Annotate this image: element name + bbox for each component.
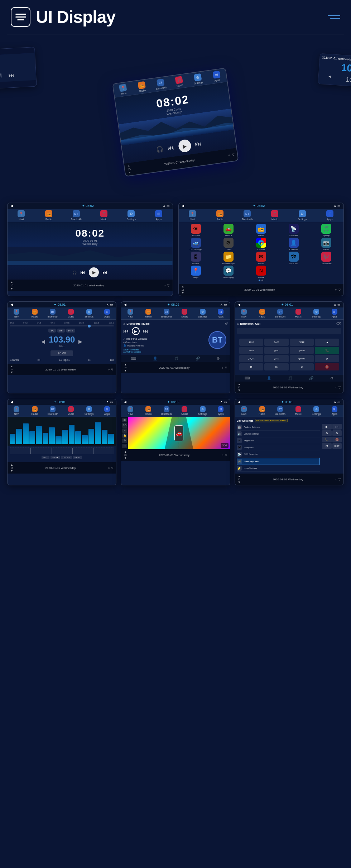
r1l-play[interactable]: ▶ <box>89 267 99 277</box>
app-autokit[interactable]: 🚗 AutoKit <box>213 224 244 237</box>
r2r-navi[interactable]: 📍Navi <box>235 307 253 319</box>
r2l-search-btn[interactable]: Search <box>10 358 19 362</box>
r2l-af-btn[interactable]: AF <box>57 329 65 333</box>
r3l-srs-btn[interactable]: SRS● <box>51 456 60 459</box>
r3c-radio[interactable]: 📻Radio <box>139 405 158 417</box>
r3r-logo-settings[interactable]: ⭐ Logo Settings <box>237 465 320 472</box>
r3c-navi[interactable]: 📍Navi <box>121 405 139 417</box>
r2c-contacts-icon[interactable]: 👤 <box>153 357 157 360</box>
r3r-music[interactable]: 🎵Music <box>289 405 307 417</box>
app-radio[interactable]: 📻 Radio <box>245 224 277 237</box>
r1r-nav-music[interactable]: 🎵Music <box>261 209 289 222</box>
r1l-prev[interactable]: ⏮ <box>80 270 85 275</box>
hero-nav-radio[interactable]: 📻 Radio <box>132 79 152 94</box>
r2c-bt-nav[interactable]: BTBluetooth <box>157 307 176 319</box>
hero-nav-apps[interactable]: ⊞ Apps <box>206 68 227 84</box>
app-localmusic[interactable]: 🎶 LocalMusic <box>311 252 342 265</box>
r2c-navi[interactable]: 📍Navi <box>121 307 139 319</box>
r3c-ctrl-6[interactable]: ••• <box>122 444 127 448</box>
app-spotify[interactable]: 🎵 Spotify <box>311 224 342 237</box>
r3r-volume-settings[interactable]: 🔊 Volume Settings <box>237 431 320 437</box>
r1l-nav-radio[interactable]: 📻Radio <box>35 209 63 222</box>
r3l-bass-btn[interactable]: BASS <box>73 456 82 459</box>
r3r-android-settings[interactable]: 🤖 Android Settings <box>237 424 320 431</box>
app-maps[interactable]: 📍 Maps <box>180 266 212 278</box>
r2l-navi[interactable]: 📍Navi <box>8 307 26 319</box>
app-360view[interactable]: 👁 360View <box>180 224 212 237</box>
r2r-radio[interactable]: 📻Radio <box>253 307 271 319</box>
r2r-bt-nav[interactable]: BTBluetooth <box>271 307 289 319</box>
app-filemanager[interactable]: 📁 File Manager <box>213 252 244 265</box>
r2r-key-4[interactable]: 4 GHI <box>239 347 264 354</box>
r3c-apps[interactable]: ⊞Apps <box>212 405 230 417</box>
r3l-navi[interactable]: 📍Navi <box>8 405 26 417</box>
r3c-ctrl-1[interactable]: ⊞ <box>122 418 127 422</box>
r3r-steering-learn[interactable]: 🎮 Steering Learn <box>237 458 320 465</box>
r3r-vol-dn-icon[interactable]: ⊖ <box>332 430 342 436</box>
r3r-apps[interactable]: ⊞Apps <box>325 405 343 417</box>
r2r-key-star[interactable]: ★ <box>315 339 339 346</box>
r2r-key-2[interactable]: 2 ABC <box>264 339 289 346</box>
r2r-number-bar[interactable] <box>237 328 341 334</box>
app-chrome[interactable]: 🌐 Chrome <box>245 238 277 251</box>
r1r-nav-settings[interactable]: ⚙Settings <box>289 209 316 222</box>
r2r-key-0[interactable]: 0 + <box>264 363 289 370</box>
hero-nav-navi[interactable]: 📍 Navi <box>113 81 134 97</box>
app-messaging[interactable]: 💬 Messaging <box>213 266 244 278</box>
r2r-key-1[interactable]: 1 QLD <box>239 339 264 346</box>
r2l-music[interactable]: 🎵Music <box>62 307 80 319</box>
r2r-key-9[interactable]: 9 WXYZ <box>290 355 314 362</box>
r2r-music-icon-btn[interactable]: 🎵 <box>288 376 292 380</box>
r3c-ctrl-2[interactable]: 3D <box>122 423 127 427</box>
r2c-dial-icon[interactable]: ⌨ <box>131 357 136 360</box>
r1l-nav-settings[interactable]: ⚙Settings <box>117 209 145 222</box>
r1l-nav-apps[interactable]: ⊞Apps <box>145 209 173 222</box>
r3c-settings[interactable]: ⚙Settings <box>194 405 212 417</box>
r2r-key-3[interactable]: 3 DEF <box>290 339 314 346</box>
next-btn[interactable]: ⏭ <box>194 140 202 148</box>
r1l-nav-bt[interactable]: BTBluetooth <box>63 209 90 222</box>
r2c-radio[interactable]: 📻Radio <box>139 307 158 319</box>
app-dab[interactable]: 📷 DAB+ <box>311 238 342 251</box>
r3c-music[interactable]: 🎵Music <box>176 405 194 417</box>
r2r-link-icon[interactable]: 🔗 <box>309 376 313 380</box>
r2c-apps[interactable]: ⊞Apps <box>212 307 230 319</box>
hero-nav-settings[interactable]: ⚙ Settings <box>188 71 208 87</box>
menu-icon[interactable] <box>11 7 30 27</box>
r1l-next[interactable]: ⏭ <box>102 270 107 275</box>
r3r-skip-icon[interactable]: ⏭ <box>332 424 342 430</box>
r2r-key-star2[interactable]: ✱ <box>239 363 264 370</box>
r2r-key-6[interactable]: 6 MNO <box>290 347 314 354</box>
r2r-end-btn[interactable]: 📵 <box>315 363 339 370</box>
r3l-music[interactable]: 🎵Music <box>62 405 80 417</box>
r3r-bt-nav[interactable]: BTBluetooth <box>271 405 289 417</box>
hero-play-btn[interactable]: ▶ <box>178 139 192 153</box>
r2l-apps[interactable]: ⊞Apps <box>98 307 116 319</box>
r3l-bt-nav[interactable]: BTBluetooth <box>44 405 62 417</box>
r2l-ta-btn[interactable]: TA <box>48 329 56 333</box>
r2c-music-list-icon[interactable]: 🎵 <box>174 357 178 360</box>
r3r-brightness[interactable]: ☀ Brightness <box>237 437 320 444</box>
r2c-link-icon[interactable]: 🔗 <box>196 357 200 360</box>
r2l-settings[interactable]: ⚙Settings <box>80 307 98 319</box>
r1r-nav-bt[interactable]: BTBluetooth <box>234 209 261 222</box>
app-tpms[interactable]: ⚙ TPMS <box>213 238 244 251</box>
app-gpstest[interactable]: 🗺 GPS Test <box>278 252 309 265</box>
r3l-radio[interactable]: 📻Radio <box>26 405 44 417</box>
r3r-radio[interactable]: 📻Radio <box>253 405 271 417</box>
r3r-gps[interactable]: 📡 GPS Detection <box>237 451 320 458</box>
r2r-dial-icon[interactable]: ⌨ <box>245 376 250 380</box>
r2r-key-hash2[interactable]: # <box>290 363 314 370</box>
r2r-contacts-icon[interactable]: 👤 <box>267 376 271 380</box>
r2r-key-5[interactable]: 5 JKL <box>264 347 289 354</box>
hero-nav-bt[interactable]: BT Bluetooth <box>150 76 171 92</box>
r3l-apps[interactable]: ⊞Apps <box>98 405 116 417</box>
r2r-call-btn[interactable]: 📞 <box>315 347 339 354</box>
r2l-dx-btn[interactable]: DX <box>110 358 114 362</box>
r3l-bbt-btn[interactable]: BBT <box>42 456 49 459</box>
r2r-key-8[interactable]: 8 TUV <box>264 355 289 362</box>
r3r-end-icon[interactable]: 📵 <box>332 437 342 442</box>
r2c-prev-btn[interactable]: ⏮ <box>123 328 129 334</box>
r3c-bt-nav[interactable]: BTBluetooth <box>157 405 176 417</box>
r2l-bt-nav[interactable]: BTBluetooth <box>44 307 62 319</box>
